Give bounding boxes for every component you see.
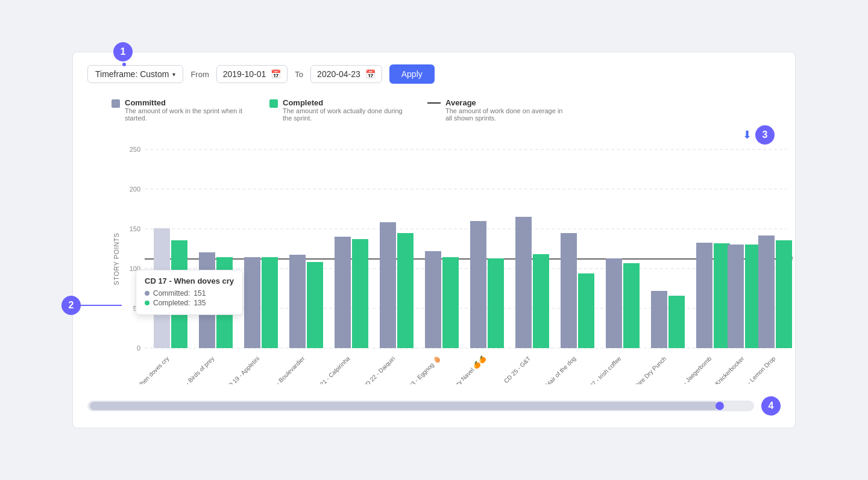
scrollbar-track[interactable] — [87, 401, 754, 411]
svg-text:CD 20 - Boulevardier: CD 20 - Boulevardier — [262, 355, 306, 384]
bar-completed-14 — [776, 240, 792, 348]
bar-committed-4 — [335, 237, 351, 348]
bar-completed-9 — [578, 273, 594, 348]
committed-swatch — [112, 99, 120, 108]
chart-scrollbar-area: 4 — [87, 396, 781, 416]
svg-text:CD 19 - Appletini: CD 19 - Appletini — [224, 355, 261, 384]
tooltip-completed-row: Completed: 135 — [145, 299, 234, 307]
bar-committed-13 — [728, 245, 744, 348]
bar-completed-4 — [352, 239, 368, 348]
sprint-tooltip: CD 17 - When doves cry Committed: 151 Co… — [136, 270, 243, 315]
svg-text:CD 25 - G&T: CD 25 - G&T — [503, 355, 532, 384]
tooltip-committed-value: 151 — [193, 289, 206, 298]
chevron-down-icon: ▾ — [172, 71, 175, 78]
annotation-3: 3 — [755, 125, 775, 145]
tooltip-committed-dot — [145, 291, 149, 296]
chart-actions: ⬇ 3 — [743, 125, 775, 145]
bar-completed-5 — [397, 233, 414, 348]
to-label: To — [295, 70, 303, 79]
download-button[interactable]: ⬇ — [743, 128, 752, 142]
calendar-icon-to: 📅 — [365, 69, 376, 79]
average-label: Average — [445, 98, 566, 107]
bar-completed-6 — [442, 257, 459, 348]
annotation-2: 2 — [61, 296, 81, 315]
svg-text:CD 17 - When doves cry: CD 17 - When doves cry — [119, 355, 171, 384]
svg-text:250: 250 — [130, 146, 140, 153]
from-date-value: 2019-10-01 — [223, 69, 266, 79]
apply-button[interactable]: Apply — [389, 64, 435, 84]
tooltip-completed-value: 135 — [193, 299, 206, 307]
legend-committed: Committed The amount of work in the spri… — [112, 98, 245, 122]
average-desc: The amount of work done on average in al… — [445, 107, 566, 122]
to-date-value: 2020-04-23 — [317, 69, 360, 79]
bar-committed-12 — [696, 243, 712, 348]
timeframe-select[interactable]: Timeframe: Custom ▾ — [87, 65, 183, 83]
svg-text:CD 29 - Jaegerbomb: CD 29 - Jaegerbomb — [668, 355, 713, 384]
bar-committed-10 — [606, 258, 622, 348]
bar-completed-11 — [668, 296, 685, 348]
chart-legend: Committed The amount of work in the spri… — [87, 98, 781, 122]
bar-completed-10 — [623, 263, 640, 348]
bar-completed-7 — [488, 258, 504, 348]
svg-text:CD 27 - Irish coffee: CD 27 - Irish coffee — [581, 355, 623, 384]
average-swatch — [427, 102, 441, 104]
bar-committed-3 — [289, 255, 306, 348]
legend-completed: Completed The amount of work actually do… — [269, 98, 403, 122]
calendar-icon-from: 📅 — [271, 69, 281, 79]
svg-text:CD 23 - Eggnog 🥚: CD 23 - Eggnog 🥚 — [400, 354, 442, 384]
tooltip-completed-label: Completed: — [153, 299, 190, 307]
y-axis-label: STORY POINTS — [113, 232, 120, 285]
bar-committed-11 — [651, 291, 667, 348]
svg-text:CD 21 - Calpirinha: CD 21 - Calpirinha — [311, 355, 351, 384]
annotation-1: 1 — [113, 42, 133, 61]
bar-committed-14 — [758, 235, 775, 348]
from-label: From — [190, 70, 209, 79]
controls-row: Timeframe: Custom ▾ From 2019-10-01 📅 To… — [87, 64, 781, 84]
bar-completed-12 — [714, 243, 730, 348]
completed-swatch — [269, 99, 278, 108]
annotation-4: 4 — [761, 396, 781, 416]
bar-committed-8 — [515, 217, 532, 348]
chart-area: STORY POINTS ⬇ 3 250 200 150 100 — [87, 131, 781, 387]
bar-committed-9 — [561, 233, 577, 348]
scrollbar-thumb[interactable] — [90, 402, 718, 410]
svg-text:CD 18 - Birds of prey: CD 18 - Birds of prey — [171, 355, 216, 384]
svg-text:200: 200 — [130, 185, 140, 193]
tooltip-title: CD 17 - When doves cry — [145, 276, 234, 285]
to-date-input[interactable]: 2020-04-23 📅 — [310, 65, 382, 83]
tooltip-committed-row: Committed: 151 — [145, 289, 234, 298]
committed-label: Committed — [125, 98, 245, 107]
main-card: Timeframe: Custom ▾ From 2019-10-01 📅 To… — [72, 52, 796, 428]
bar-committed-2 — [244, 257, 260, 348]
svg-text:150: 150 — [130, 225, 140, 232]
bar-chart: 250 200 150 100 50 0 Average: 112 — [118, 131, 793, 384]
bar-committed-7 — [470, 221, 486, 348]
bar-committed-6 — [425, 251, 441, 348]
tooltip-committed-label: Committed: — [153, 289, 190, 298]
completed-desc: The amount of work actually done during … — [283, 107, 403, 122]
svg-text:CD 22 - Daiquiri: CD 22 - Daiquiri — [361, 355, 396, 384]
timeframe-label: Timeframe: Custom — [95, 69, 169, 79]
completed-label: Completed — [283, 98, 403, 107]
bar-completed-8 — [533, 254, 549, 348]
bar-completed-2 — [262, 257, 278, 348]
tooltip-completed-dot — [145, 301, 149, 305]
from-date-input[interactable]: 2019-10-01 📅 — [216, 65, 288, 83]
scrollbar-handle[interactable] — [715, 402, 724, 410]
committed-desc: The amount of work in the sprint when it… — [125, 107, 245, 122]
svg-text:0: 0 — [137, 344, 140, 352]
svg-text:CD 26 - Hair of the dog: CD 26 - Hair of the dog — [529, 355, 577, 384]
bar-committed-5 — [380, 222, 396, 348]
legend-average: Average The amount of work done on avera… — [427, 98, 566, 122]
bar-completed-3 — [307, 262, 323, 348]
